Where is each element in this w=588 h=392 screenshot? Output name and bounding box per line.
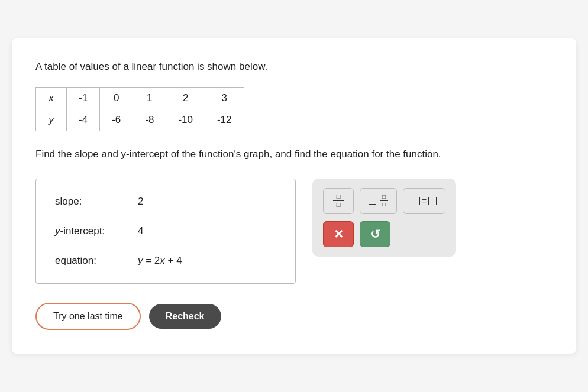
x-val-4: 2 bbox=[166, 88, 205, 109]
equation-row: equation: y = 2x + 4 bbox=[55, 255, 276, 267]
answer-box: slope: 2 y-intercept: 4 equation: y = 2x… bbox=[35, 179, 296, 284]
y-val-2: -6 bbox=[100, 109, 133, 131]
tool-row-bottom: ✕ ↺ bbox=[323, 221, 445, 247]
x-val-1: -1 bbox=[67, 88, 100, 109]
table-row-x: x -1 0 1 2 3 bbox=[36, 88, 244, 109]
find-text: Find the slope and y-intercept of the fu… bbox=[35, 147, 553, 162]
y-val-4: -10 bbox=[166, 109, 205, 131]
undo-button[interactable]: ↺ bbox=[360, 221, 390, 247]
slope-row: slope: 2 bbox=[55, 196, 276, 208]
y-intercept-label: y-intercept: bbox=[55, 225, 138, 237]
equals-box-icon: = bbox=[412, 196, 437, 206]
slope-label: slope: bbox=[55, 196, 138, 208]
tool-row-top: □ □ □ □ bbox=[323, 188, 445, 214]
tool-palette: □ □ □ □ bbox=[312, 179, 456, 257]
try-again-button[interactable]: Try one last time bbox=[35, 303, 141, 330]
values-table: x -1 0 1 2 3 y -4 -6 -8 -10 -12 bbox=[35, 87, 244, 131]
y-intercept-row: y-intercept: 4 bbox=[55, 225, 276, 237]
x-val-3: 1 bbox=[133, 88, 166, 109]
intro-text: A table of values of a linear function i… bbox=[35, 60, 553, 74]
y-val-3: -8 bbox=[133, 109, 166, 131]
equals-box-button[interactable]: = bbox=[403, 188, 445, 214]
fraction-box-icon: □ □ bbox=[369, 194, 388, 208]
equation-label: equation: bbox=[55, 255, 138, 267]
slope-value: 2 bbox=[138, 196, 143, 208]
main-card: A table of values of a linear function i… bbox=[12, 38, 576, 353]
y-val-5: -12 bbox=[205, 109, 244, 131]
recheck-button[interactable]: Recheck bbox=[149, 304, 221, 329]
clear-button[interactable]: ✕ bbox=[323, 221, 354, 247]
table-row-y: y -4 -6 -8 -10 -12 bbox=[36, 109, 244, 131]
clear-icon: ✕ bbox=[334, 227, 344, 241]
undo-icon: ↺ bbox=[370, 227, 380, 241]
y-label: y bbox=[36, 109, 67, 131]
y-val-1: -4 bbox=[67, 109, 100, 131]
fraction-icon: □ □ bbox=[333, 193, 344, 209]
x-val-5: 3 bbox=[205, 88, 244, 109]
fraction-button[interactable]: □ □ bbox=[323, 188, 354, 214]
answer-section: slope: 2 y-intercept: 4 equation: y = 2x… bbox=[35, 179, 553, 284]
bottom-buttons: Try one last time Recheck bbox=[35, 303, 553, 330]
x-label: x bbox=[36, 88, 67, 109]
y-intercept-value: 4 bbox=[138, 225, 143, 237]
equation-value: y = 2x + 4 bbox=[138, 255, 182, 267]
x-val-2: 0 bbox=[100, 88, 133, 109]
fraction-box-button[interactable]: □ □ bbox=[360, 188, 397, 214]
